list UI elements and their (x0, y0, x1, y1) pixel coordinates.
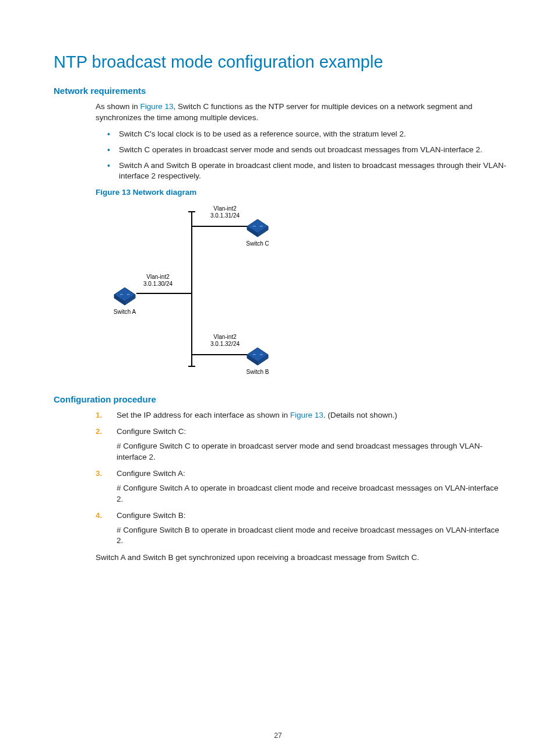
page-number: 27 (0, 732, 556, 740)
svg-text:↔: ↔ (259, 224, 263, 228)
svg-text:↔: ↔ (126, 292, 131, 296)
switch-c-if-label: Vlan-int2 (213, 205, 237, 212)
list-item: Switch C's local clock is to be used as … (96, 129, 507, 140)
list-item: Switch A and Switch B operate in broadca… (96, 160, 507, 182)
figure-13-link-2[interactable]: Figure 13 (290, 411, 323, 419)
step-text: Configure Switch B: (117, 511, 186, 520)
network-diagram: Vlan-int2 3.0.1.31/24 ↔ ↔ Switch C Vlan-… (96, 200, 507, 383)
svg-text:↔: ↔ (252, 224, 256, 228)
svg-text:↔: ↔ (252, 352, 256, 356)
list-item: Switch C operates in broadcast server mo… (96, 145, 507, 156)
network-requirements-body: As shown in Figure 13, Switch C function… (96, 102, 507, 182)
svg-text:↔: ↔ (119, 292, 124, 296)
step-text: Configure Switch A: (117, 469, 185, 478)
step-3: Configure Switch A: # Configure Switch A… (96, 468, 507, 505)
step-sub: # Configure Switch A to operate in broad… (117, 483, 507, 505)
step-1: Set the IP address for each interface as… (96, 410, 507, 421)
configuration-procedure-heading: Configuration procedure (54, 394, 507, 404)
network-requirements-heading: Network requirements (54, 86, 507, 96)
configuration-body: Set the IP address for each interface as… (96, 410, 507, 564)
step-sub: # Configure Switch B to operate in broad… (117, 525, 507, 547)
figure-caption: Figure 13 Network diagram (96, 188, 507, 197)
switch-b-label: Switch B (247, 369, 269, 375)
closing-paragraph: Switch A and Switch B get synchronized u… (96, 552, 507, 564)
svg-text:↔: ↔ (259, 352, 263, 356)
switch-a-label: Switch A (114, 309, 136, 315)
step-2: Configure Switch C: # Configure Switch C… (96, 426, 507, 463)
switch-b-ip-label: 3.0.1.32/24 (210, 341, 240, 347)
steps-list: Set the IP address for each interface as… (96, 410, 507, 547)
figure-13-link[interactable]: Figure 13 (140, 102, 174, 111)
step-text: Set the IP address for each interface as… (117, 411, 290, 419)
step-text: Configure Switch C: (117, 427, 186, 436)
step-text-b: . (Details not shown.) (323, 411, 397, 419)
switch-a-ip-label: 3.0.1.30/24 (143, 281, 173, 287)
step-4: Configure Switch B: # Configure Switch B… (96, 510, 507, 547)
step-sub: # Configure Switch C to operate in broad… (117, 441, 507, 463)
switch-b-if-label: Vlan-int2 (213, 334, 237, 340)
switch-a-if-label: Vlan-int2 (146, 274, 170, 280)
intro-paragraph: As shown in Figure 13, Switch C function… (96, 102, 507, 123)
switch-c-ip-label: 3.0.1.31/24 (210, 212, 240, 219)
switch-c-label: Switch C (246, 240, 269, 247)
requirements-bullets: Switch C's local clock is to be used as … (96, 129, 507, 182)
page: NTP broadcast mode configuration example… (0, 0, 556, 756)
page-title: NTP broadcast mode configuration example (54, 52, 507, 72)
intro-text-a: As shown in (96, 102, 140, 111)
